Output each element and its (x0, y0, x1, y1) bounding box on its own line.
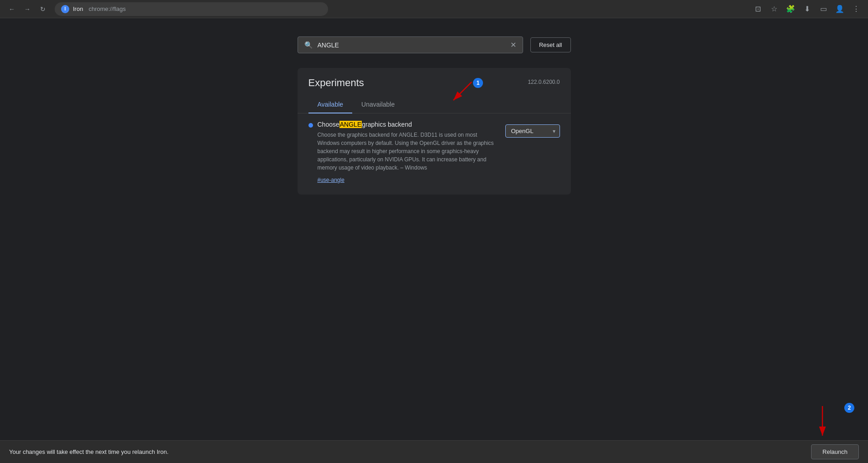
tab-icon[interactable]: ▭ (817, 3, 830, 15)
extensions-icon[interactable]: 🧩 (784, 3, 797, 15)
forward-button[interactable]: → (21, 3, 34, 15)
menu-icon[interactable]: ⋮ (850, 3, 863, 15)
search-icon: 🔍 (304, 41, 313, 49)
flag-title: Choose ANGLE graphics backend (318, 121, 500, 128)
search-input[interactable] (318, 41, 506, 49)
flag-title-highlight: ANGLE (339, 121, 362, 128)
red-arrow-2 (809, 404, 836, 440)
clear-search-button[interactable]: ✕ (510, 41, 516, 49)
bottom-message: Your changes will take effect the next t… (9, 448, 169, 455)
reload-button[interactable]: ↻ (36, 3, 49, 15)
flag-link[interactable]: #use-angle (318, 177, 344, 183)
flag-active-indicator (308, 123, 313, 128)
browser-bar: ← → ↻ I Iron chrome://flags ⊡ ☆ 🧩 ⬇ ▭ 👤 … (0, 0, 868, 18)
tabs-container: Available Unavailable (298, 96, 571, 113)
angle-backend-select[interactable]: Default D3D9 D3D11 OpenGL D3D11on12 Vulk… (505, 124, 560, 138)
browser-title: Iron (73, 5, 83, 12)
flag-description: Choose the graphics backend for ANGLE. D… (318, 131, 500, 172)
flag-content: Choose ANGLE graphics backend Choose the… (318, 121, 500, 184)
flag-item-use-angle: Choose ANGLE graphics backend Choose the… (308, 121, 560, 184)
external-link-icon[interactable]: ⊡ (751, 3, 764, 15)
profile-icon[interactable]: 👤 (833, 3, 846, 15)
experiments-title: Experiments (308, 77, 364, 89)
download-icon[interactable]: ⬇ (801, 3, 813, 15)
annotation-circle-2: 2 (844, 403, 854, 413)
bottom-bar: Your changes will take effect the next t… (0, 440, 868, 463)
tab-unavailable[interactable]: Unavailable (352, 96, 404, 113)
back-button[interactable]: ← (5, 3, 18, 15)
annotation-circle-1: 1 (473, 78, 483, 88)
reset-all-button[interactable]: Reset all (530, 37, 571, 52)
main-content: 🔍 ✕ Reset all Experiments 122.0.6200.0 A… (0, 18, 868, 213)
tab-available[interactable]: Available (308, 96, 353, 113)
toolbar-icons: ⊡ ☆ 🧩 ⬇ ▭ 👤 ⋮ (751, 3, 863, 15)
experiments-panel: Experiments 122.0.6200.0 Available Unava… (298, 68, 571, 195)
address-bar[interactable]: I Iron chrome://flags (55, 2, 328, 16)
experiments-header: Experiments 122.0.6200.0 (298, 68, 571, 89)
flag-title-prefix: Choose (318, 121, 339, 128)
address-bar-container: I Iron chrome://flags (55, 2, 746, 16)
search-box: 🔍 ✕ (298, 36, 523, 53)
nav-buttons: ← → ↻ (5, 3, 49, 15)
bookmark-icon[interactable]: ☆ (768, 3, 781, 15)
flag-control: Default D3D9 D3D11 OpenGL D3D11on12 Vulk… (505, 124, 560, 184)
version-number: 122.0.6200.0 (528, 79, 560, 85)
relaunch-button[interactable]: Relaunch (811, 444, 859, 459)
flag-title-suffix: graphics backend (362, 121, 412, 128)
search-container: 🔍 ✕ Reset all (298, 36, 571, 53)
flags-list: Choose ANGLE graphics backend Choose the… (298, 113, 571, 195)
url-display: chrome://flags (88, 5, 126, 12)
select-wrapper: Default D3D9 D3D11 OpenGL D3D11on12 Vulk… (505, 124, 560, 138)
browser-icon: I (61, 5, 69, 13)
